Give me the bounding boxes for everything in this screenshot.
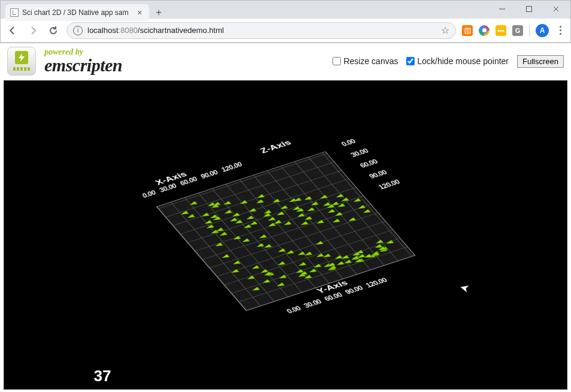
- canvas-container: X-Axis Z-Axis Y-Axis 0.0030.0060.0090.00…: [4, 80, 567, 390]
- extension-chrome-icon[interactable]: [479, 25, 490, 36]
- resize-canvas-control[interactable]: Resize canvas: [333, 56, 398, 66]
- brand-name-text: emscripten: [44, 56, 122, 74]
- window-close-button[interactable]: [542, 1, 569, 17]
- scatter-point: [243, 224, 252, 228]
- window-controls: [488, 1, 569, 17]
- nav-forward-button[interactable]: [26, 23, 40, 38]
- axis-tick-label: 30.00: [301, 298, 323, 309]
- svg-marker-4: [19, 53, 25, 62]
- extension-key-icon[interactable]: ⚿: [462, 25, 473, 36]
- url-port: :8080: [118, 26, 138, 35]
- emscripten-logo-icon: [7, 47, 36, 76]
- window-maximize-button[interactable]: [515, 1, 542, 17]
- axis-tick-label: 0.00: [339, 135, 364, 147]
- bookmark-star-icon[interactable]: ☆: [441, 25, 449, 36]
- extension-dots-icon[interactable]: •••: [496, 25, 506, 36]
- page-header: powered by emscripten Resize canvas Lock…: [0, 43, 571, 77]
- lock-pointer-checkbox[interactable]: [406, 57, 415, 65]
- brand-block: powered by emscripten: [44, 48, 122, 74]
- scatter-point: [276, 211, 285, 215]
- axis-tick-label: 30.00: [349, 146, 374, 158]
- nav-reload-button[interactable]: [46, 23, 61, 38]
- axis-tick-label: 0.00: [141, 188, 157, 199]
- profile-avatar[interactable]: A: [536, 24, 549, 37]
- axis-tick-label: 0.00: [285, 304, 303, 315]
- new-tab-button[interactable]: +: [153, 7, 165, 19]
- chart-3d-scene: X-Axis Z-Axis Y-Axis 0.0030.0060.0090.00…: [156, 151, 415, 310]
- fullscreen-button[interactable]: Fullscreen: [517, 55, 564, 68]
- toolbar-divider: [529, 25, 530, 37]
- url-text: localhost:8080/scichartnativedemo.html: [87, 26, 436, 35]
- tab-title: Sci chart 2D / 3D Native app sam: [22, 8, 131, 17]
- browser-tab[interactable]: Sci chart 2D / 3D Native app sam ×: [5, 4, 149, 21]
- browser-window: Sci chart 2D / 3D Native app sam × + i l…: [0, 0, 571, 43]
- axis-tick-label: 90.00: [199, 168, 219, 180]
- lock-pointer-label: Lock/hide mouse pointer: [417, 56, 509, 66]
- mouse-cursor-icon: ➤: [458, 280, 470, 295]
- browser-toolbar: i localhost:8080/scichartnativedemo.html…: [1, 19, 570, 43]
- fps-counter: 37: [94, 367, 111, 385]
- axis-tick-label: 120.00: [364, 276, 389, 289]
- url-path: /scichartnativedemo.html: [138, 26, 224, 35]
- svg-rect-1: [526, 7, 531, 12]
- page-favicon-icon: [10, 8, 19, 17]
- z-axis-label: Z-Axis: [258, 138, 293, 155]
- tab-close-icon[interactable]: ×: [135, 8, 144, 17]
- extension-g-icon[interactable]: G: [512, 25, 523, 36]
- axis-tick-label: 90.00: [367, 167, 392, 180]
- page-content: powered by emscripten Resize canvas Lock…: [0, 43, 571, 392]
- axis-tick-label: 120.00: [220, 160, 243, 173]
- site-info-icon[interactable]: i: [73, 26, 83, 35]
- extension-bar: ⚿ ••• G A: [462, 24, 566, 37]
- resize-canvas-label: Resize canvas: [343, 56, 398, 66]
- url-host: localhost: [87, 26, 118, 35]
- lock-pointer-control[interactable]: Lock/hide mouse pointer: [406, 56, 509, 66]
- axis-tick-label: 120.00: [376, 178, 401, 191]
- browser-menu-button[interactable]: [555, 26, 566, 35]
- titlebar: Sci chart 2D / 3D Native app sam × +: [1, 1, 570, 19]
- address-bar[interactable]: i localhost:8080/scichartnativedemo.html…: [67, 22, 456, 39]
- window-minimize-button[interactable]: [488, 1, 515, 17]
- axis-tick-label: 60.00: [358, 156, 383, 169]
- render-canvas[interactable]: X-Axis Z-Axis Y-Axis 0.0030.0060.0090.00…: [94, 81, 478, 389]
- resize-canvas-checkbox[interactable]: [333, 57, 341, 65]
- nav-back-button[interactable]: [5, 23, 20, 38]
